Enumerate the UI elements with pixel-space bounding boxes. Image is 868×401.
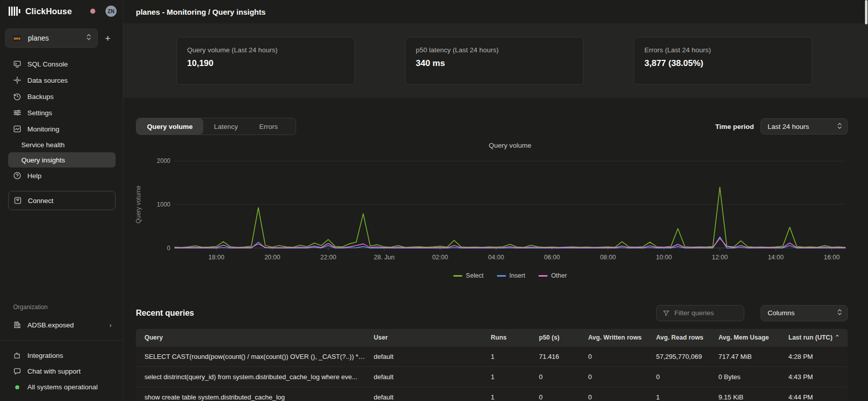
topbar: planes - Monitoring / Query insights	[123, 0, 868, 23]
cell-query: SELECT CAST(round(pow(count() / max(coun…	[136, 353, 365, 360]
stat-label: Errors (Last 24 hours)	[644, 46, 802, 54]
cell-mem: 717.47 MiB	[710, 353, 780, 360]
chart-plot[interactable]	[174, 161, 846, 251]
cell-p50: 0	[530, 373, 580, 381]
tab-latency[interactable]: Latency	[203, 118, 248, 135]
sidebar-item-label: Backups	[27, 93, 54, 101]
cell-p50: 0	[530, 393, 580, 401]
stats-band: Query volume (Last 24 hours) 10,190 p50 …	[123, 23, 868, 98]
stat-label: Query volume (Last 24 hours)	[187, 46, 344, 54]
integrations-icon	[13, 352, 21, 360]
x-tick-label: 14:00	[768, 254, 783, 261]
sidebar-item-label: Service health	[21, 141, 65, 149]
cell-runs: 1	[482, 393, 530, 401]
sidebar-item-monitoring[interactable]: Monitoring	[8, 121, 116, 137]
sidebar-item-system-status[interactable]: All systems operational	[8, 379, 116, 395]
x-tick-label: 20:00	[264, 254, 280, 261]
chevron-updown-icon	[837, 309, 842, 317]
brand-name: ClickHouse	[25, 7, 72, 16]
sidebar-item-label: Data sources	[27, 77, 68, 84]
sidebar-item-help[interactable]: Help	[8, 168, 116, 184]
col-header-user[interactable]: User	[365, 334, 482, 341]
time-period-value: Last 24 hours	[768, 123, 837, 130]
sidebar-item-backups[interactable]: Backups	[8, 88, 116, 105]
connect-label: Connect	[28, 197, 53, 205]
recent-queries-controls: Columns	[656, 305, 848, 321]
filter-queries-box[interactable]	[656, 305, 744, 321]
sidebar-item-sql-console[interactable]: SQL Console	[8, 56, 116, 72]
x-tick-label: 28. Jun	[374, 254, 394, 261]
connect-button[interactable]: Connect	[8, 191, 116, 210]
sidebar-item-label: Monitoring	[27, 125, 59, 133]
legend-swatch-icon	[453, 275, 462, 277]
cell-last-run: 4:43 PM	[780, 373, 848, 381]
chart-legend: SelectInsertOther	[174, 272, 846, 279]
stat-card-query-volume: Query volume (Last 24 hours) 10,190	[176, 37, 355, 85]
organization-row[interactable]: ADSB.exposed ›	[8, 317, 116, 333]
sidebar-item-data-sources[interactable]: Data sources	[8, 72, 116, 88]
sidebar-item-settings[interactable]: Settings	[8, 105, 116, 121]
col-header-mem-usage[interactable]: Avg. Mem Usage	[710, 334, 780, 341]
legend-label: Insert	[510, 272, 525, 279]
legend-item-other[interactable]: Other	[538, 272, 567, 279]
table-row[interactable]: show create table system.distributed_cac…	[136, 387, 848, 401]
x-axis-ticks: 18:0020:0022:0028. Jun02:0004:0006:0008:…	[174, 254, 846, 262]
cell-user: default	[365, 393, 482, 401]
col-header-last-run[interactable]: Last run (UTC)⌃	[780, 334, 848, 341]
table-header-row: Query User Runs p50 (s) Avg. Written row…	[136, 329, 848, 346]
chevron-right-icon: ›	[110, 321, 112, 329]
sidebar-item-chat-support[interactable]: Chat with support	[8, 363, 116, 379]
time-period-label: Time period	[715, 123, 754, 130]
col-header-p50[interactable]: p50 (s)	[530, 334, 580, 341]
legend-item-select[interactable]: Select	[453, 272, 484, 279]
stat-card-p50-latency: p50 latency (Last 24 hours) 340 ms	[405, 37, 584, 85]
x-tick-label: 06:00	[544, 254, 560, 261]
col-header-runs[interactable]: Runs	[482, 334, 530, 341]
recent-queries-header: Recent queries Columns	[136, 305, 848, 321]
sidebar-item-label: Settings	[27, 109, 52, 117]
cell-written: 0	[580, 393, 647, 401]
cell-read: 57,295,770,069	[647, 353, 710, 360]
chevron-updown-icon	[86, 34, 91, 43]
cell-read: 1	[647, 393, 710, 401]
filter-icon	[663, 310, 670, 317]
filter-queries-input[interactable]	[674, 309, 735, 317]
avatar[interactable]: ZN	[105, 6, 117, 17]
sidebar-item-integrations[interactable]: Integrations	[8, 348, 116, 363]
sidebar-item-label: Integrations	[27, 352, 63, 359]
cell-query: select distrinct(query_id) from system.d…	[136, 373, 365, 381]
time-period-select[interactable]: Last 24 hours	[761, 118, 848, 135]
cell-runs: 1	[482, 353, 530, 360]
breadcrumb: planes - Monitoring / Query insights	[136, 8, 266, 16]
clickhouse-cloud-app: ClickHouse ZN aws planes + SQL Console	[0, 0, 868, 401]
col-header-written-rows[interactable]: Avg. Written rows	[580, 334, 647, 341]
cell-user: default	[365, 353, 482, 360]
stat-card-errors: Errors (Last 24 hours) 3,877 (38.05%)	[634, 37, 812, 85]
sidebar-item-service-health[interactable]: Service health	[8, 137, 116, 152]
sidebar-item-label: Help	[27, 172, 42, 180]
stat-label: p50 latency (Last 24 hours)	[416, 46, 573, 54]
cell-query: show create table system.distributed_cac…	[136, 393, 365, 401]
cell-last-run: 4:44 PM	[780, 393, 848, 401]
sidebar-menu: SQL Console Data sources Backups Setting…	[0, 56, 123, 184]
table-row[interactable]: SELECT CAST(round(pow(count() / max(coun…	[136, 346, 848, 366]
aws-icon: aws	[13, 35, 21, 41]
add-service-button[interactable]: +	[98, 34, 118, 43]
tab-errors[interactable]: Errors	[248, 118, 288, 135]
col-header-query[interactable]: Query	[136, 334, 365, 341]
x-tick-label: 22:00	[320, 254, 336, 261]
status-dot-icon	[13, 383, 21, 391]
stat-value: 340 ms	[416, 58, 573, 69]
tab-query-volume[interactable]: Query volume	[136, 118, 203, 135]
legend-item-insert[interactable]: Insert	[497, 272, 525, 279]
col-header-read-rows[interactable]: Avg. Read rows	[647, 334, 710, 341]
table-row[interactable]: select distrinct(query_id) from system.d…	[136, 366, 848, 387]
scrollbar[interactable]	[865, 0, 867, 24]
columns-select[interactable]: Columns	[761, 305, 848, 321]
cell-mem: 9.15 KiB	[710, 393, 780, 401]
sidebar-item-label: Query insights	[21, 156, 65, 164]
service-selector-row: aws planes +	[5, 28, 118, 48]
service-selector[interactable]: aws planes	[5, 28, 98, 48]
sidebar-item-query-insights[interactable]: Query insights	[8, 152, 116, 168]
chevron-updown-icon	[837, 122, 842, 131]
